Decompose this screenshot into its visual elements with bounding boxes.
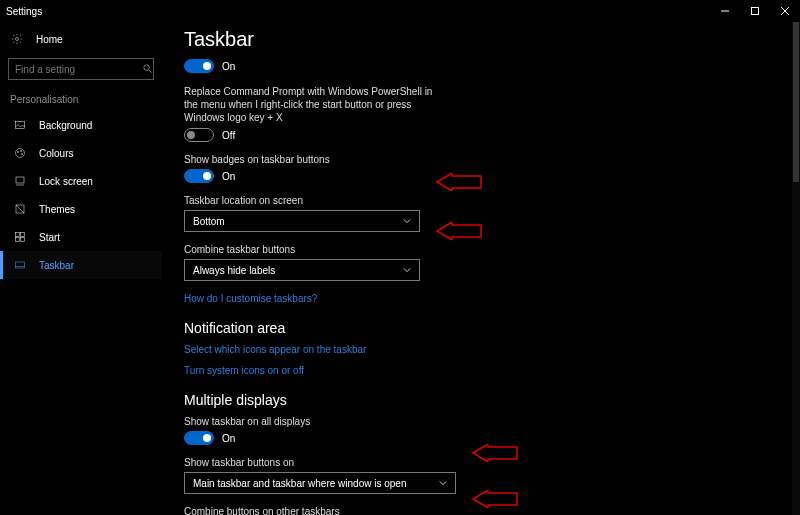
titlebar: Settings — [0, 0, 800, 22]
multi-buttons-value: Main taskbar and taskbar where window is… — [193, 478, 406, 489]
svg-point-5 — [144, 64, 150, 70]
svg-point-8 — [16, 149, 25, 158]
palette-icon — [13, 147, 27, 159]
home-nav[interactable]: Home — [0, 26, 162, 52]
svg-rect-15 — [16, 233, 20, 237]
scrollbar-thumb[interactable] — [793, 22, 799, 182]
toggle-multi-show-state: On — [222, 433, 235, 444]
multi-buttons-select[interactable]: Main taskbar and taskbar where window is… — [184, 472, 456, 494]
svg-point-11 — [21, 153, 23, 155]
svg-rect-16 — [21, 233, 25, 237]
location-select[interactable]: Bottom — [184, 210, 420, 232]
sidebar-item-lock-screen[interactable]: Lock screen — [0, 167, 162, 195]
toggle-multi-show[interactable] — [184, 431, 214, 445]
sidebar-item-label: Background — [39, 120, 92, 131]
customise-link[interactable]: How do I customise taskbars? — [184, 293, 790, 304]
search-input[interactable] — [15, 64, 142, 75]
minimize-button[interactable] — [710, 0, 740, 22]
select-icons-link[interactable]: Select which icons appear on the taskbar — [184, 344, 790, 355]
content-area: Taskbar On Replace Command Prompt with W… — [162, 22, 800, 515]
combine-value: Always hide labels — [193, 265, 275, 276]
sidebar-item-label: Colours — [39, 148, 73, 159]
start-icon — [13, 231, 27, 243]
notification-heading: Notification area — [184, 320, 790, 336]
multiple-displays-heading: Multiple displays — [184, 392, 790, 408]
themes-icon — [13, 203, 27, 215]
toggle-badges[interactable] — [184, 169, 214, 183]
sidebar-item-colours[interactable]: Colours — [0, 139, 162, 167]
svg-point-4 — [16, 38, 19, 41]
gear-icon — [10, 33, 24, 45]
toggle-powershell-state: Off — [222, 130, 235, 141]
sidebar-item-taskbar[interactable]: Taskbar — [0, 251, 162, 279]
sidebar: Home Personalisation Background Colours … — [0, 22, 162, 515]
titlebar-controls — [710, 0, 800, 22]
sidebar-item-background[interactable]: Background — [0, 111, 162, 139]
svg-rect-1 — [752, 8, 759, 15]
multi-show-label: Show taskbar on all displays — [184, 416, 464, 427]
lock-screen-icon — [13, 175, 27, 187]
sidebar-item-label: Taskbar — [39, 260, 74, 271]
toggle-badges-state: On — [222, 171, 235, 182]
multi-combine-label: Combine buttons on other taskbars — [184, 506, 464, 515]
multi-buttons-label: Show taskbar buttons on — [184, 457, 464, 468]
sidebar-item-label: Themes — [39, 204, 75, 215]
sidebar-item-label: Lock screen — [39, 176, 93, 187]
picture-icon — [13, 119, 27, 131]
toggle-powershell[interactable] — [184, 128, 214, 142]
badges-label: Show badges on taskbar buttons — [184, 154, 464, 165]
svg-line-6 — [149, 69, 152, 72]
page-title: Taskbar — [184, 28, 790, 51]
svg-rect-12 — [16, 177, 24, 183]
combine-label: Combine taskbar buttons — [184, 244, 464, 255]
sidebar-item-start[interactable]: Start — [0, 223, 162, 251]
location-value: Bottom — [193, 216, 225, 227]
window-title: Settings — [6, 6, 42, 17]
chevron-down-icon — [403, 266, 411, 274]
svg-rect-7 — [16, 122, 25, 129]
location-label: Taskbar location on screen — [184, 195, 464, 206]
svg-rect-17 — [16, 238, 20, 242]
powershell-description: Replace Command Prompt with Windows Powe… — [184, 85, 444, 124]
home-label: Home — [36, 34, 63, 45]
svg-point-9 — [17, 151, 19, 153]
search-box[interactable] — [8, 58, 154, 80]
toggle-top-state: On — [222, 61, 235, 72]
svg-point-10 — [20, 150, 22, 152]
maximize-button[interactable] — [740, 0, 770, 22]
svg-rect-19 — [16, 262, 25, 268]
chevron-down-icon — [439, 479, 447, 487]
close-button[interactable] — [770, 0, 800, 22]
sidebar-item-label: Start — [39, 232, 60, 243]
toggle-top[interactable] — [184, 59, 214, 73]
system-icons-link[interactable]: Turn system icons on or off — [184, 365, 790, 376]
chevron-down-icon — [403, 217, 411, 225]
sidebar-item-themes[interactable]: Themes — [0, 195, 162, 223]
taskbar-icon — [13, 259, 27, 271]
search-icon — [142, 63, 153, 76]
combine-select[interactable]: Always hide labels — [184, 259, 420, 281]
svg-rect-18 — [21, 238, 25, 242]
sidebar-section-label: Personalisation — [0, 90, 162, 111]
